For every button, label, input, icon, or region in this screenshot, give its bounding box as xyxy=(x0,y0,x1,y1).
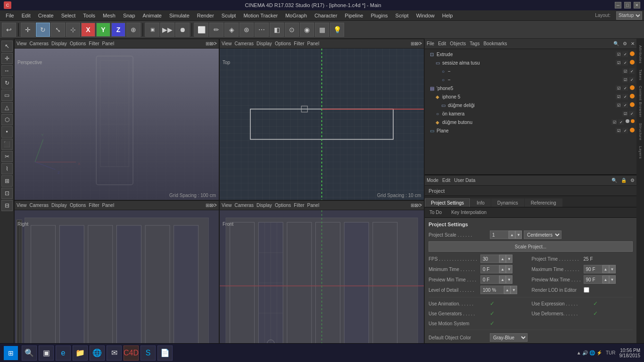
max-time-down[interactable]: ▼ xyxy=(609,265,616,273)
taskbar-search-icon[interactable]: 🔍 xyxy=(22,346,37,361)
menu-render[interactable]: Render xyxy=(193,12,218,19)
obj-item-phone5[interactable]: ▤ 'phone5 ☑ ✓ xyxy=(426,84,636,92)
lt-move-btn[interactable]: ✛ xyxy=(1,53,13,64)
obj-flag-plane1[interactable]: ☑ xyxy=(616,128,621,133)
tab-referencing[interactable]: Referencing xyxy=(525,198,562,207)
menu-character[interactable]: Character xyxy=(311,12,341,19)
taskbar-mail-icon[interactable]: ✉ xyxy=(107,346,122,361)
vp-perspective-display[interactable]: Display xyxy=(51,41,67,46)
menu-pipeline[interactable]: Pipeline xyxy=(341,12,367,19)
lt-scale-btn[interactable]: ↔ xyxy=(1,65,13,76)
fps-down[interactable]: ▼ xyxy=(506,255,512,263)
obj-flag-sessize2[interactable]: ✓ xyxy=(622,60,628,66)
obj-item-dash1[interactable]: ○ − ☑ ✓ xyxy=(426,67,636,75)
menu-script[interactable]: Script xyxy=(392,12,413,19)
menu-sculpt[interactable]: Sculpt xyxy=(218,12,240,19)
fps-input[interactable] xyxy=(480,255,499,263)
viewport-front[interactable]: View Cameras Display Options Filter Pane… xyxy=(219,200,424,362)
taskbar-skype-icon[interactable]: S xyxy=(140,346,156,361)
obj-toolbar-objects[interactable]: Objects xyxy=(450,41,466,46)
lt-bridge-btn[interactable]: ⌇ xyxy=(1,163,13,174)
lt-select-btn[interactable]: ▭ xyxy=(1,90,13,101)
vp-right-display[interactable]: Display xyxy=(51,203,67,208)
y-axis-btn[interactable]: Y xyxy=(96,23,110,37)
maximize-button[interactable]: □ xyxy=(624,2,631,8)
vp-perspective-view[interactable]: View xyxy=(17,41,27,46)
lod-up[interactable]: ▲ xyxy=(504,286,511,294)
obj-flag-dash1a[interactable]: ☑ xyxy=(622,68,628,74)
project-scale-down[interactable]: ▼ xyxy=(515,230,522,239)
obj-item-extrude[interactable]: ⊡ Extrude ☑ ✓ xyxy=(426,50,636,58)
obj-flag-vis2[interactable]: ✓ xyxy=(622,51,628,57)
sub-tab-todo[interactable]: To Do xyxy=(425,209,446,216)
obj-item-on-kamera[interactable]: ○ ön kamera ☑ ✓ xyxy=(426,109,636,118)
viewport-perspective[interactable]: View Cameras Display Options Filter Pane… xyxy=(14,39,219,200)
tab-project-settings[interactable]: Project Settings xyxy=(425,198,470,207)
project-scale-input[interactable] xyxy=(490,230,509,239)
camera-btn[interactable]: ◧ xyxy=(270,23,284,37)
mograph-btn[interactable]: ⋯ xyxy=(255,23,269,37)
menu-plugins[interactable]: Plugins xyxy=(367,12,391,19)
lt-cursor-btn[interactable]: ↖ xyxy=(1,41,13,52)
record-btn[interactable]: ⏺ xyxy=(175,23,190,37)
obj-toolbar-tags[interactable]: Tags xyxy=(470,41,479,46)
preview-max-up[interactable]: ▲ xyxy=(603,275,609,284)
vp-front-cameras[interactable]: Cameras xyxy=(235,203,254,208)
menu-create[interactable]: Create xyxy=(34,12,58,19)
menu-mesh[interactable]: Mesh xyxy=(99,12,119,19)
attr-toolbar-settings-icon[interactable]: ⚙ xyxy=(630,178,635,183)
lt-mirror-btn[interactable]: ⊟ xyxy=(1,200,13,211)
tab-info[interactable]: Info xyxy=(471,198,491,207)
obj-flag-dd2[interactable]: ✓ xyxy=(622,102,628,108)
side-tab-content-browser[interactable]: Content Browser xyxy=(637,83,644,120)
menu-tools[interactable]: Tools xyxy=(79,12,99,19)
lt-poly-btn[interactable]: △ xyxy=(1,102,13,113)
vp-top-options[interactable]: Options xyxy=(275,41,291,46)
obj-flag-vis1[interactable]: ☑ xyxy=(616,51,621,57)
obj-toolbar-file[interactable]: File xyxy=(427,41,434,46)
vp-right-view[interactable]: View xyxy=(17,203,27,208)
obj-flag-ok2[interactable]: ✓ xyxy=(629,111,635,116)
lod-down[interactable]: ▼ xyxy=(511,286,517,294)
rotate-tool[interactable]: ↻ xyxy=(36,23,50,37)
deform-btn[interactable]: ⊛ xyxy=(239,23,254,37)
undo-button[interactable]: ↩ xyxy=(2,23,16,37)
menu-file[interactable]: File xyxy=(2,12,18,19)
lod-input[interactable] xyxy=(480,286,504,294)
attr-toolbar-mode[interactable]: Mode xyxy=(427,178,438,183)
material-btn[interactable]: ◉ xyxy=(300,23,314,37)
preview-min-up[interactable]: ▲ xyxy=(499,275,506,284)
z-axis-btn[interactable]: Z xyxy=(111,23,125,37)
side-tab-takes[interactable]: Takes xyxy=(637,66,644,83)
start-button[interactable]: ⊞ xyxy=(4,346,18,360)
project-scale-unit-select[interactable]: Centimeters Meters Inches xyxy=(524,230,561,239)
vp-front-display[interactable]: Display xyxy=(256,203,272,208)
taskbar-cinema4d-icon[interactable]: C4D xyxy=(124,346,139,361)
vp-right-cameras[interactable]: Cameras xyxy=(30,203,49,208)
obj-flag-db2[interactable]: ✓ xyxy=(618,119,624,125)
attr-toolbar-edit[interactable]: Edit xyxy=(442,178,450,183)
vp-front-view[interactable]: View xyxy=(222,203,232,208)
world-coord-btn[interactable]: ⊕ xyxy=(126,23,140,37)
lt-rotate-btn[interactable]: ↻ xyxy=(1,77,13,89)
obj-flag-dash2b[interactable]: ✓ xyxy=(629,77,635,82)
screen-btn[interactable]: ▦ xyxy=(315,23,329,37)
scale-tool[interactable]: ⤡ xyxy=(51,23,65,37)
side-tab-structure[interactable]: Structure xyxy=(637,120,644,143)
minimize-button[interactable]: ─ xyxy=(615,2,621,8)
obj-item-dugme-butonu[interactable]: ◆ düğme butonu ☑ ✓ xyxy=(426,118,636,126)
preview-max-input[interactable] xyxy=(584,275,603,284)
menu-mograph[interactable]: MoGraph xyxy=(281,12,311,19)
vp-top-panel[interactable]: Panel xyxy=(307,41,320,46)
vp-right-panel[interactable]: Panel xyxy=(102,203,115,208)
project-scale-up[interactable]: ▲ xyxy=(509,230,515,239)
transform-tool[interactable]: ⊹ xyxy=(66,23,80,37)
lt-texture-btn[interactable]: ⬛ xyxy=(1,139,13,150)
sculpt-btn[interactable]: ◈ xyxy=(224,23,239,37)
min-time-down[interactable]: ▼ xyxy=(506,265,512,273)
taskbar-folder-icon[interactable]: 📁 xyxy=(73,346,88,361)
preview-min-down[interactable]: ▼ xyxy=(506,275,512,284)
lt-knife-btn[interactable]: ✂ xyxy=(1,151,13,162)
obj-toolbar-search-icon[interactable]: 🔍 xyxy=(613,41,619,46)
obj-item-sessize[interactable]: ▭ sessize alma tusu ☑ ✓ xyxy=(426,58,636,67)
